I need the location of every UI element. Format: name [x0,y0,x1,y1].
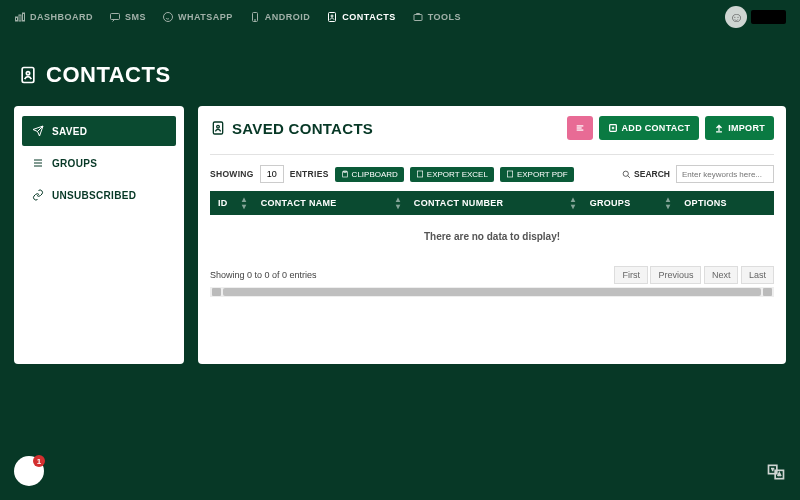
nav-tools-label: TOOLS [428,12,461,22]
svg-point-8 [331,15,333,17]
page-title-text: CONTACTS [46,62,171,88]
svg-rect-3 [111,14,120,20]
search-label-wrap: SEARCH [622,169,670,179]
saved-contacts-icon [210,120,226,136]
add-icon [608,123,618,133]
nav-android[interactable]: ANDROID [249,11,311,23]
page-next[interactable]: Next [704,266,739,284]
sidebar-item-saved[interactable]: SAVED [22,116,176,146]
sidebar-item-groups[interactable]: GROUPS [22,148,176,178]
language-toggle[interactable] [766,462,786,486]
svg-line-28 [628,175,630,177]
dashboard-icon [14,11,26,23]
sidebar-groups-label: GROUPS [52,158,97,169]
svg-rect-1 [19,15,21,21]
svg-rect-0 [16,17,18,21]
unlink-icon [32,189,44,201]
svg-rect-25 [417,171,422,177]
android-icon [249,11,261,23]
contacts-table: ID▴▾ CONTACT NAME▴▾ CONTACT NUMBER▴▾ GRO… [210,191,774,258]
page-last[interactable]: Last [741,266,774,284]
tools-icon [412,11,424,23]
nav-tools[interactable]: TOOLS [412,11,461,23]
sidebar: SAVED GROUPS UNSUBSCRIBED [14,106,184,364]
col-id[interactable]: ID▴▾ [210,191,253,215]
username-redacted [751,10,786,24]
svg-point-16 [217,125,220,128]
sort-icon: ▴▾ [571,196,575,210]
clipboard-button[interactable]: CLIPBOARD [335,167,404,182]
search-input[interactable] [676,165,774,183]
footer-info: Showing 0 to 0 of 0 entries [210,270,317,280]
entries-count-input[interactable] [260,165,284,183]
svg-rect-9 [414,15,422,21]
search-label: SEARCH [634,169,670,179]
upload-icon [714,123,724,133]
excel-icon [416,170,424,178]
sidebar-unsubscribed-label: UNSUBSCRIBED [52,190,136,201]
clipboard-icon [341,170,349,178]
page-title: CONTACTS [0,34,800,106]
horizontal-scrollbar[interactable] [210,287,774,297]
user-menu[interactable]: ☺ [725,6,786,28]
nav-sms[interactable]: SMS [109,11,146,23]
svg-point-27 [623,171,628,176]
sort-icon: ▴▾ [242,196,246,210]
top-nav: DASHBOARD SMS WHATSAPP ANDROID CONTACTS … [0,0,800,34]
empty-message: There are no data to display! [210,215,774,258]
nav-dashboard[interactable]: DASHBOARD [14,11,93,23]
import-label: IMPORT [728,123,765,133]
sort-icon: ▴▾ [396,196,400,210]
sort-icon: ▴▾ [666,196,670,210]
chat-widget[interactable]: 1 [14,456,44,486]
col-name[interactable]: CONTACT NAME▴▾ [253,191,406,215]
col-number[interactable]: CONTACT NUMBER▴▾ [406,191,582,215]
page-previous[interactable]: Previous [650,266,701,284]
page-first[interactable]: First [614,266,648,284]
nav-contacts[interactable]: CONTACTS [326,11,395,23]
svg-point-6 [254,20,255,21]
menu-button[interactable] [567,116,593,140]
sms-icon [109,11,121,23]
search-icon [622,170,631,179]
excel-label: EXPORT EXCEL [427,170,488,179]
svg-point-4 [164,13,173,22]
svg-rect-2 [23,13,25,21]
svg-rect-26 [507,171,512,177]
list-icon [32,157,44,169]
table-toolbar: SHOWING ENTRIES CLIPBOARD EXPORT EXCEL E… [210,165,774,183]
clipboard-label: CLIPBOARD [352,170,398,179]
col-groups[interactable]: GROUPS▴▾ [582,191,677,215]
import-button[interactable]: IMPORT [705,116,774,140]
menu-icon [575,123,585,133]
contacts-page-icon [18,65,38,85]
sidebar-saved-label: SAVED [52,126,87,137]
sidebar-item-unsubscribed[interactable]: UNSUBSCRIBED [22,180,176,210]
nav-contacts-label: CONTACTS [342,12,395,22]
whatsapp-icon [162,11,174,23]
svg-point-11 [26,72,29,75]
contacts-icon [326,11,338,23]
pdf-label: EXPORT PDF [517,170,568,179]
panel-title: SAVED CONTACTS [232,120,373,137]
showing-label: SHOWING [210,169,254,179]
export-excel-button[interactable]: EXPORT EXCEL [410,167,494,182]
main-panel: SAVED CONTACTS ADD CONTACT IMPORT SHOWIN… [198,106,786,364]
entries-label: ENTRIES [290,169,329,179]
paper-plane-icon [32,125,44,137]
nav-android-label: ANDROID [265,12,311,22]
nav-whatsapp[interactable]: WHATSAPP [162,11,233,23]
add-contact-button[interactable]: ADD CONTACT [599,116,700,140]
col-options: OPTIONS [676,191,774,215]
pdf-icon [506,170,514,178]
export-pdf-button[interactable]: EXPORT PDF [500,167,574,182]
nav-dashboard-label: DASHBOARD [30,12,93,22]
nav-whatsapp-label: WHATSAPP [178,12,233,22]
avatar-icon: ☺ [725,6,747,28]
nav-sms-label: SMS [125,12,146,22]
add-contact-label: ADD CONTACT [622,123,691,133]
pagination: First Previous Next Last [614,266,774,284]
chat-badge: 1 [33,455,45,467]
